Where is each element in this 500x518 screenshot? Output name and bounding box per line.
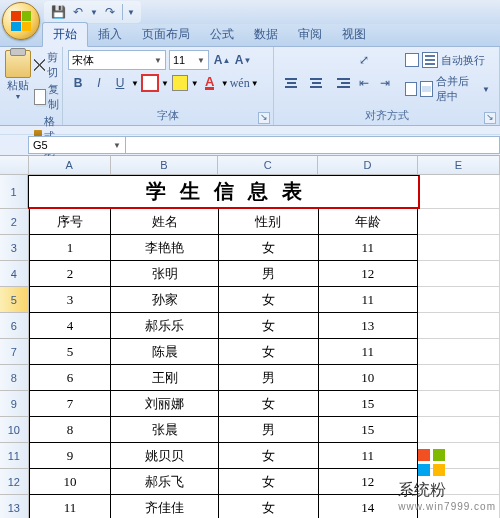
row-header[interactable]: 3 — [0, 235, 29, 261]
formula-bar[interactable] — [126, 136, 500, 154]
increase-indent-button[interactable]: ⇥ — [375, 73, 395, 93]
wrap-text-button[interactable]: 自动换行 — [401, 50, 494, 70]
fill-dropdown[interactable]: ▼ — [191, 79, 199, 88]
cell[interactable]: 15 — [319, 391, 419, 417]
row-header[interactable]: 6 — [0, 313, 29, 339]
col-header-d[interactable]: D — [318, 156, 418, 174]
col-header-b[interactable]: B — [111, 156, 219, 174]
cell[interactable]: 4 — [29, 313, 112, 339]
cell[interactable]: 女 — [219, 287, 319, 313]
font-color-dropdown[interactable]: ▼ — [221, 79, 229, 88]
cell[interactable] — [418, 365, 500, 391]
cell[interactable]: 序号 — [29, 209, 112, 235]
cell[interactable]: 年龄 — [319, 209, 419, 235]
cell[interactable]: 12 — [319, 261, 419, 287]
italic-button[interactable]: I — [89, 73, 109, 93]
cell[interactable]: 6 — [29, 365, 112, 391]
cut-button[interactable]: 剪切 — [34, 50, 63, 80]
align-middle-button[interactable] — [304, 50, 328, 70]
title-cell[interactable]: 学生信息表 — [28, 175, 420, 209]
row-header[interactable]: 12 — [0, 469, 29, 495]
phonetic-dropdown[interactable]: ▼ — [251, 79, 259, 88]
cell[interactable] — [418, 339, 500, 365]
paste-dropdown[interactable]: ▼ — [5, 93, 31, 100]
border-dropdown[interactable]: ▼ — [161, 79, 169, 88]
tab-view[interactable]: 视图 — [332, 23, 376, 46]
cell[interactable]: 郝乐乐 — [111, 313, 218, 339]
cell[interactable]: 9 — [29, 443, 112, 469]
cell[interactable]: 女 — [219, 391, 319, 417]
col-header-a[interactable]: A — [29, 156, 111, 174]
cell[interactable]: 女 — [219, 313, 319, 339]
font-name-combo[interactable]: 宋体▼ — [68, 50, 166, 70]
col-header-c[interactable]: C — [218, 156, 318, 174]
tab-data[interactable]: 数据 — [244, 23, 288, 46]
align-center-button[interactable] — [304, 73, 328, 93]
cell[interactable]: 2 — [29, 261, 112, 287]
cell[interactable]: 8 — [29, 417, 112, 443]
undo-icon[interactable]: ↶ — [70, 4, 86, 20]
cell[interactable] — [418, 261, 500, 287]
align-left-button[interactable] — [279, 73, 303, 93]
cell[interactable]: 陈晨 — [111, 339, 218, 365]
align-bottom-button[interactable] — [329, 50, 353, 70]
cell[interactable]: 女 — [219, 495, 319, 518]
cell[interactable]: 11 — [319, 235, 419, 261]
row-header[interactable]: 11 — [0, 443, 29, 469]
select-all-corner[interactable] — [0, 156, 29, 174]
row-header[interactable]: 9 — [0, 391, 29, 417]
row-header[interactable]: 5 — [0, 287, 29, 313]
border-button[interactable] — [140, 73, 160, 93]
cell[interactable]: 性别 — [219, 209, 319, 235]
cell[interactable] — [418, 235, 500, 261]
row-header[interactable]: 2 — [0, 209, 29, 235]
cell[interactable]: 女 — [219, 469, 319, 495]
cell[interactable] — [420, 175, 500, 209]
align-right-button[interactable] — [329, 73, 353, 93]
cell[interactable]: 郝乐飞 — [111, 469, 218, 495]
cell[interactable]: 李艳艳 — [111, 235, 218, 261]
redo-icon[interactable]: ↷ — [102, 4, 118, 20]
cell[interactable]: 1 — [29, 235, 112, 261]
cell[interactable] — [418, 287, 500, 313]
font-dialog-launcher[interactable]: ↘ — [258, 112, 270, 124]
cell[interactable]: 5 — [29, 339, 112, 365]
office-button[interactable] — [2, 2, 40, 40]
cell[interactable] — [418, 417, 500, 443]
cell[interactable]: 张明 — [111, 261, 218, 287]
fill-color-button[interactable] — [170, 73, 190, 93]
cell[interactable]: 刘丽娜 — [111, 391, 218, 417]
cell[interactable]: 11 — [319, 287, 419, 313]
cell[interactable]: 姚贝贝 — [111, 443, 218, 469]
cell[interactable] — [418, 391, 500, 417]
decrease-indent-button[interactable]: ⇤ — [354, 73, 374, 93]
undo-dropdown[interactable]: ▼ — [90, 8, 98, 17]
cell[interactable]: 男 — [219, 261, 319, 287]
col-header-e[interactable]: E — [418, 156, 500, 174]
merge-center-button[interactable]: 合并后居中▼ — [401, 72, 494, 106]
row-header[interactable]: 8 — [0, 365, 29, 391]
copy-button[interactable]: 复制 — [34, 82, 63, 112]
cell[interactable]: 13 — [319, 313, 419, 339]
alignment-dialog-launcher[interactable]: ↘ — [484, 112, 496, 124]
name-box[interactable]: G5▼ — [28, 136, 126, 154]
bold-button[interactable]: B — [68, 73, 88, 93]
cell[interactable]: 10 — [29, 469, 112, 495]
qat-customize-dropdown[interactable]: ▼ — [127, 8, 135, 17]
tab-home[interactable]: 开始 — [42, 22, 88, 47]
row-header[interactable]: 10 — [0, 417, 29, 443]
cell[interactable]: 齐佳佳 — [111, 495, 218, 518]
tab-page-layout[interactable]: 页面布局 — [132, 23, 200, 46]
cell[interactable]: 11 — [29, 495, 112, 518]
cell[interactable]: 男 — [219, 417, 319, 443]
phonetic-guide-button[interactable]: wén — [230, 73, 250, 93]
cell[interactable]: 姓名 — [111, 209, 218, 235]
cell[interactable]: 张晨 — [111, 417, 218, 443]
underline-dropdown[interactable]: ▼ — [131, 79, 139, 88]
cell[interactable]: 女 — [219, 235, 319, 261]
row-header[interactable]: 13 — [0, 495, 29, 518]
tab-review[interactable]: 审阅 — [288, 23, 332, 46]
row-header[interactable]: 4 — [0, 261, 29, 287]
font-size-combo[interactable]: 11▼ — [169, 50, 209, 70]
font-color-button[interactable]: A — [200, 73, 220, 93]
